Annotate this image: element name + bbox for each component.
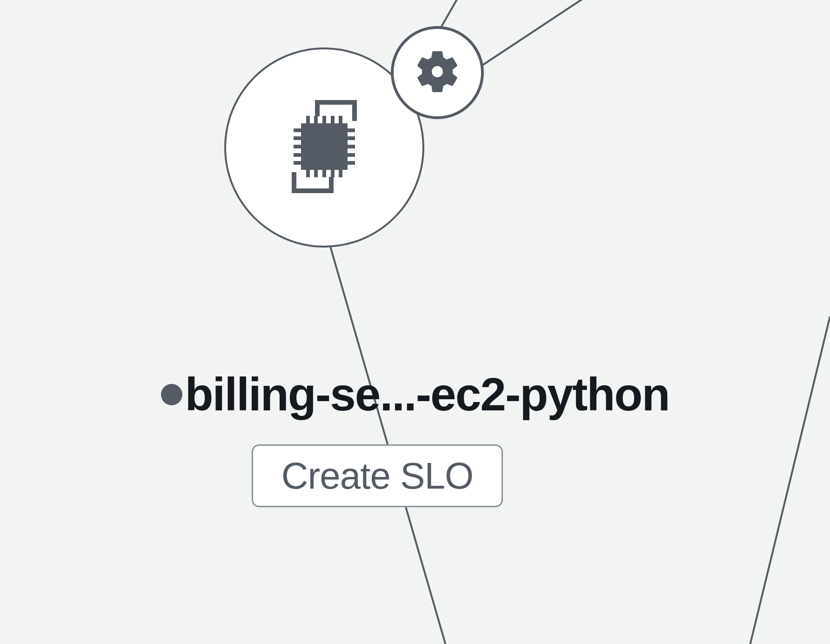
- svg-rect-4: [301, 123, 348, 170]
- gear-icon: [412, 46, 463, 99]
- svg-line-1: [481, 0, 651, 66]
- svg-point-25: [432, 66, 443, 77]
- create-slo-label: Create SLO: [281, 455, 473, 497]
- svg-line-3: [726, 316, 830, 644]
- svg-line-0: [440, 0, 510, 29]
- create-slo-button[interactable]: Create SLO: [252, 444, 503, 507]
- node-label-row: billing-se...-ec2-python: [0, 368, 830, 421]
- status-dot: [161, 384, 182, 405]
- node-label: billing-se...-ec2-python: [185, 368, 669, 421]
- chip-icon: [264, 86, 385, 209]
- settings-badge[interactable]: [391, 26, 484, 119]
